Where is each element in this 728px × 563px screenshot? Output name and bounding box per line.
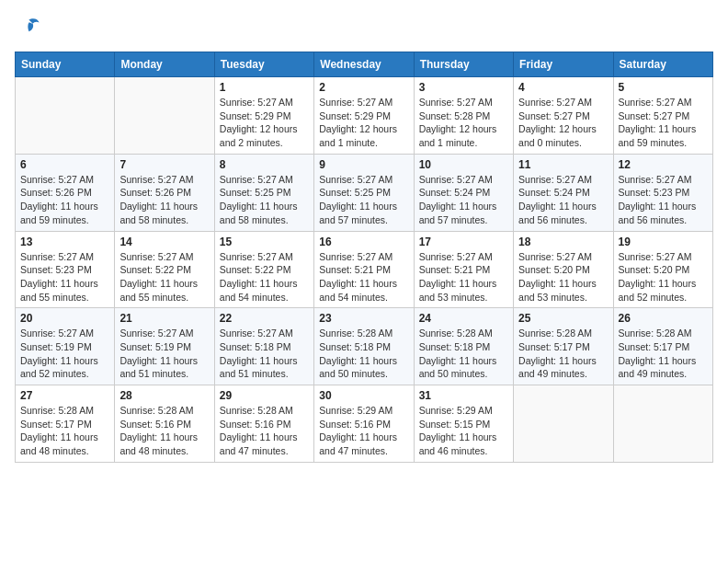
weekday-header: Thursday [414,52,513,77]
day-number: 24 [419,312,508,325]
day-number: 15 [220,236,309,248]
day-number: 6 [20,158,109,171]
weekday-header: Saturday [613,52,712,77]
day-number: 25 [518,312,608,325]
day-number: 22 [220,312,309,325]
calendar-week-row: 1Sunrise: 5:27 AM Sunset: 5:29 PM Daylig… [16,77,713,155]
day-number: 11 [518,158,608,171]
weekday-header: Friday [514,52,613,77]
calendar-week-row: 20Sunrise: 5:27 AM Sunset: 5:19 PM Dayli… [16,308,713,385]
page-header [15,15,713,44]
day-number: 1 [220,81,309,94]
day-number: 17 [419,236,508,248]
day-info: Sunrise: 5:28 AM Sunset: 5:17 PM Dayligh… [619,327,708,381]
calendar-table: SundayMondayTuesdayWednesdayThursdayFrid… [15,52,713,463]
day-number: 29 [220,389,309,402]
day-number: 21 [119,312,209,325]
weekday-header: Sunday [16,52,115,77]
weekday-header: Monday [115,52,214,77]
calendar-cell: 2Sunrise: 5:27 AM Sunset: 5:29 PM Daylig… [314,77,414,155]
day-info: Sunrise: 5:27 AM Sunset: 5:24 PM Dayligh… [419,173,508,227]
calendar-cell [514,385,613,463]
day-info: Sunrise: 5:27 AM Sunset: 5:20 PM Dayligh… [518,250,608,304]
calendar-week-row: 13Sunrise: 5:27 AM Sunset: 5:23 PM Dayli… [16,231,713,308]
day-info: Sunrise: 5:27 AM Sunset: 5:23 PM Dayligh… [619,173,708,227]
calendar-cell: 3Sunrise: 5:27 AM Sunset: 5:28 PM Daylig… [414,77,513,155]
calendar-cell: 4Sunrise: 5:27 AM Sunset: 5:27 PM Daylig… [514,77,613,155]
calendar-cell: 23Sunrise: 5:28 AM Sunset: 5:18 PM Dayli… [314,308,414,385]
day-info: Sunrise: 5:27 AM Sunset: 5:29 PM Dayligh… [220,96,309,150]
calendar-cell: 18Sunrise: 5:27 AM Sunset: 5:20 PM Dayli… [514,231,613,308]
day-number: 2 [319,81,408,94]
calendar-cell: 7Sunrise: 5:27 AM Sunset: 5:26 PM Daylig… [115,154,214,231]
day-info: Sunrise: 5:27 AM Sunset: 5:25 PM Dayligh… [220,173,309,227]
calendar-cell: 25Sunrise: 5:28 AM Sunset: 5:17 PM Dayli… [514,308,613,385]
calendar-cell: 6Sunrise: 5:27 AM Sunset: 5:26 PM Daylig… [16,154,115,231]
logo [15,15,42,44]
day-info: Sunrise: 5:27 AM Sunset: 5:27 PM Dayligh… [518,96,608,150]
weekday-header: Wednesday [314,52,414,77]
calendar-cell: 11Sunrise: 5:27 AM Sunset: 5:24 PM Dayli… [514,154,613,231]
calendar-cell [613,385,712,463]
day-number: 3 [419,81,508,94]
day-info: Sunrise: 5:28 AM Sunset: 5:17 PM Dayligh… [518,327,608,381]
day-number: 23 [319,312,408,325]
calendar-cell: 10Sunrise: 5:27 AM Sunset: 5:24 PM Dayli… [414,154,513,231]
calendar-cell: 19Sunrise: 5:27 AM Sunset: 5:20 PM Dayli… [613,231,712,308]
day-number: 8 [220,158,309,171]
day-info: Sunrise: 5:27 AM Sunset: 5:26 PM Dayligh… [119,173,209,227]
calendar-cell: 9Sunrise: 5:27 AM Sunset: 5:25 PM Daylig… [314,154,414,231]
calendar-cell: 27Sunrise: 5:28 AM Sunset: 5:17 PM Dayli… [16,385,115,463]
day-number: 16 [319,236,408,248]
calendar-cell: 17Sunrise: 5:27 AM Sunset: 5:21 PM Dayli… [414,231,513,308]
calendar-cell: 8Sunrise: 5:27 AM Sunset: 5:25 PM Daylig… [214,154,313,231]
day-info: Sunrise: 5:27 AM Sunset: 5:21 PM Dayligh… [319,250,408,304]
day-number: 10 [419,158,508,171]
calendar-cell: 21Sunrise: 5:27 AM Sunset: 5:19 PM Dayli… [115,308,214,385]
calendar-cell: 24Sunrise: 5:28 AM Sunset: 5:18 PM Dayli… [414,308,513,385]
day-info: Sunrise: 5:28 AM Sunset: 5:16 PM Dayligh… [119,404,209,458]
day-info: Sunrise: 5:27 AM Sunset: 5:18 PM Dayligh… [220,327,309,381]
day-info: Sunrise: 5:27 AM Sunset: 5:19 PM Dayligh… [119,327,209,381]
day-info: Sunrise: 5:28 AM Sunset: 5:18 PM Dayligh… [419,327,508,381]
calendar-cell: 22Sunrise: 5:27 AM Sunset: 5:18 PM Dayli… [214,308,313,385]
calendar-cell: 13Sunrise: 5:27 AM Sunset: 5:23 PM Dayli… [16,231,115,308]
day-number: 20 [20,312,109,325]
logo-icon [15,15,40,40]
calendar-cell: 12Sunrise: 5:27 AM Sunset: 5:23 PM Dayli… [613,154,712,231]
day-number: 26 [619,312,708,325]
day-info: Sunrise: 5:27 AM Sunset: 5:20 PM Dayligh… [619,250,708,304]
day-number: 28 [119,389,209,402]
day-info: Sunrise: 5:27 AM Sunset: 5:21 PM Dayligh… [419,250,508,304]
day-info: Sunrise: 5:29 AM Sunset: 5:16 PM Dayligh… [319,404,408,458]
day-info: Sunrise: 5:28 AM Sunset: 5:18 PM Dayligh… [319,327,408,381]
day-number: 19 [619,236,708,248]
calendar-cell [115,77,214,155]
day-info: Sunrise: 5:28 AM Sunset: 5:16 PM Dayligh… [220,404,309,458]
calendar-cell: 15Sunrise: 5:27 AM Sunset: 5:22 PM Dayli… [214,231,313,308]
calendar-week-row: 6Sunrise: 5:27 AM Sunset: 5:26 PM Daylig… [16,154,713,231]
calendar-cell: 5Sunrise: 5:27 AM Sunset: 5:27 PM Daylig… [613,77,712,155]
day-info: Sunrise: 5:28 AM Sunset: 5:17 PM Dayligh… [20,404,109,458]
calendar-cell: 20Sunrise: 5:27 AM Sunset: 5:19 PM Dayli… [16,308,115,385]
day-info: Sunrise: 5:27 AM Sunset: 5:26 PM Dayligh… [20,173,109,227]
calendar-cell: 28Sunrise: 5:28 AM Sunset: 5:16 PM Dayli… [115,385,214,463]
day-number: 31 [419,389,508,402]
calendar-cell: 29Sunrise: 5:28 AM Sunset: 5:16 PM Dayli… [214,385,313,463]
calendar-cell: 14Sunrise: 5:27 AM Sunset: 5:22 PM Dayli… [115,231,214,308]
day-info: Sunrise: 5:27 AM Sunset: 5:22 PM Dayligh… [220,250,309,304]
day-number: 7 [119,158,209,171]
calendar-header-row: SundayMondayTuesdayWednesdayThursdayFrid… [16,52,713,77]
day-number: 18 [518,236,608,248]
day-info: Sunrise: 5:27 AM Sunset: 5:24 PM Dayligh… [518,173,608,227]
day-number: 27 [20,389,109,402]
day-info: Sunrise: 5:27 AM Sunset: 5:27 PM Dayligh… [619,96,708,150]
day-info: Sunrise: 5:27 AM Sunset: 5:19 PM Dayligh… [20,327,109,381]
day-number: 13 [20,236,109,248]
day-info: Sunrise: 5:27 AM Sunset: 5:22 PM Dayligh… [119,250,209,304]
day-info: Sunrise: 5:29 AM Sunset: 5:15 PM Dayligh… [419,404,508,458]
calendar-cell: 16Sunrise: 5:27 AM Sunset: 5:21 PM Dayli… [314,231,414,308]
day-info: Sunrise: 5:27 AM Sunset: 5:25 PM Dayligh… [319,173,408,227]
day-number: 30 [319,389,408,402]
day-number: 12 [619,158,708,171]
